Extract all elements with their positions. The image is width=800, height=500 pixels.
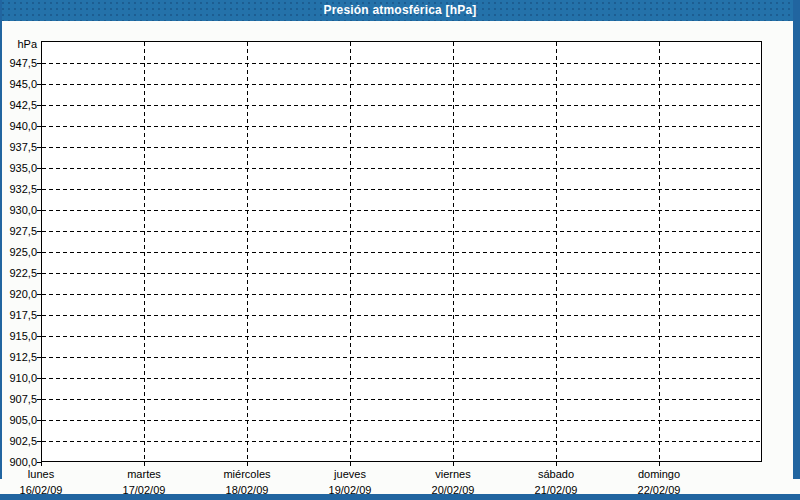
day-boundary-gridline [453,42,454,461]
y-axis-tick [37,378,41,379]
y-axis-tick [37,252,41,253]
x-axis-date-label: 18/02/09 [196,484,298,497]
y-axis-tick-label: 917,5 [0,308,37,322]
y-axis-tick-label: 915,0 [0,329,37,343]
x-axis-tick [350,462,351,466]
x-axis-day-label: martes [93,468,195,481]
day-boundary-gridline [247,42,248,461]
y-axis-tick-label: 945,0 [0,77,37,91]
y-gridline [42,441,761,442]
pressure-chart-panel: Presión atmosférica [hPa] hPa 947,5945,0… [0,0,800,500]
day-boundary-gridline [350,42,351,461]
y-axis-tick-label: 907,5 [0,392,37,406]
y-axis-tick [37,231,41,232]
frame-border-right [793,0,800,479]
y-axis-tick-label: 932,5 [0,182,37,196]
y-gridline [42,168,761,169]
y-axis-tick-label: 940,0 [0,119,37,133]
x-axis-day-label: domingo [608,468,710,481]
y-axis-tick-label: 910,0 [0,371,37,385]
y-gridline [42,399,761,400]
x-axis-date-label: 17/02/09 [93,484,195,497]
x-axis-day-label: lunes [0,468,92,481]
y-axis-tick-label: 942,5 [0,98,37,112]
x-axis-tick [659,462,660,466]
x-axis-tick [247,462,248,466]
y-axis-tick [37,315,41,316]
y-axis-tick-label: 925,0 [0,245,37,259]
y-gridline [42,105,761,106]
y-axis-tick [37,63,41,64]
y-axis-tick-label: 927,5 [0,224,37,238]
y-gridline [42,231,761,232]
day-boundary-gridline [144,42,145,461]
y-axis-tick [37,357,41,358]
y-axis-tick-label: 920,0 [0,287,37,301]
y-axis-tick [37,210,41,211]
y-gridline [42,336,761,337]
x-axis-tick [556,462,557,466]
y-gridline [42,63,761,64]
x-axis-date-label: 22/02/09 [608,484,710,497]
y-axis-tick [37,273,41,274]
y-gridline [42,252,761,253]
x-axis-date-label: 19/02/09 [299,484,401,497]
y-gridline [42,84,761,85]
y-axis-tick [37,399,41,400]
day-boundary-gridline [556,42,557,461]
y-gridline [42,294,761,295]
y-axis-tick [37,336,41,337]
y-axis-tick [37,126,41,127]
plot-area [41,41,762,462]
y-gridline [42,378,761,379]
y-axis-unit-label: hPa [0,37,37,51]
y-gridline [42,147,761,148]
x-axis-date-label: 16/02/09 [0,484,92,497]
y-axis-tick-label: 922,5 [0,266,37,280]
day-boundary-gridline [659,42,660,461]
y-axis-tick-label: 935,0 [0,161,37,175]
y-axis-tick-label: 930,0 [0,203,37,217]
y-gridline [42,357,761,358]
y-axis-tick-label: 912,5 [0,350,37,364]
x-axis-date-label: 20/02/09 [402,484,504,497]
frame-border-left [0,0,2,479]
y-axis-tick-label: 905,0 [0,413,37,427]
y-axis-tick-label: 900,0 [0,455,37,469]
y-axis-tick-label: 937,5 [0,140,37,154]
y-axis-tick [37,147,41,148]
chart-title: Presión atmosférica [hPa] [323,3,476,17]
x-axis-tick [41,462,42,466]
y-axis-tick [37,84,41,85]
x-axis-date-label: 21/02/09 [505,484,607,497]
y-gridline [42,315,761,316]
y-axis-tick [37,441,41,442]
x-axis-day-label: jueves [299,468,401,481]
y-gridline [42,126,761,127]
y-gridline [42,189,761,190]
y-gridline [42,210,761,211]
y-axis-tick-label: 902,5 [0,434,37,448]
x-axis-day-label: sábado [505,468,607,481]
x-axis-day-label: miércoles [196,468,298,481]
x-axis-tick [453,462,454,466]
y-axis-tick [37,420,41,421]
y-axis-tick [37,105,41,106]
y-axis-tick [37,294,41,295]
y-gridline [42,420,761,421]
chart-title-bar: Presión atmosférica [hPa] [0,0,800,21]
y-axis-tick [37,168,41,169]
x-axis-tick [144,462,145,466]
x-axis-day-label: viernes [402,468,504,481]
y-axis-tick [37,189,41,190]
y-gridline [42,273,761,274]
y-axis-tick-label: 947,5 [0,56,37,70]
